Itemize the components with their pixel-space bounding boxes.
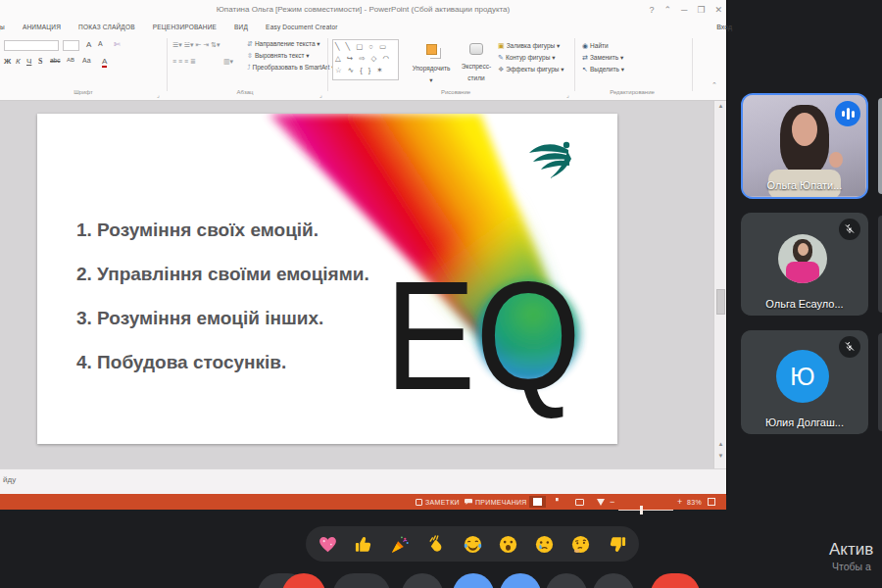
tab-animation[interactable]: АНИМАЦИЯ (23, 24, 61, 30)
zoom-out-button[interactable]: − (610, 497, 615, 507)
shape-effects-button[interactable]: ❖Эффекты фигуры ▾ (498, 64, 564, 75)
tab-view[interactable]: ВИД (234, 24, 248, 30)
participant-tile-olga-yupatina[interactable]: Ольга Юпати... (741, 93, 868, 199)
tab-transitions-cut[interactable]: ды (0, 24, 5, 30)
offscreen-tile-sliver (878, 216, 882, 313)
vertical-scrollbar[interactable]: ▲ ▲ ▼ (713, 101, 726, 468)
font-size-combobox[interactable] (63, 40, 79, 51)
meeting-screen: Юпатина Ольга [Режим совместимости] - Po… (0, 0, 882, 588)
bullets-icon[interactable]: ☰▾ ☱▾ ⇤ ⇥ ⇅▾ (172, 40, 220, 49)
alignment-icons[interactable]: ≡ ≡ ≡ ≣ (172, 57, 196, 66)
list-item: 1. Розуміння своїх емоцій. (76, 208, 400, 252)
participant-tile-olga-esaulova[interactable]: Ольга Есауло... (741, 213, 868, 316)
find-button[interactable]: ◉Найти (582, 40, 624, 52)
window-title: Юпатина Ольга [Режим совместимости] - Po… (0, 0, 726, 20)
crying-face-icon[interactable] (534, 534, 555, 555)
normal-view-button[interactable] (529, 496, 546, 508)
zoom-level[interactable]: 83% (687, 499, 702, 506)
smartart-button[interactable]: ⤴Преобразовать в SmartArt ▾ (247, 62, 334, 74)
zoom-slider[interactable] (618, 510, 673, 511)
thinking-face-icon[interactable] (570, 534, 591, 555)
ribbon-options-icon[interactable]: ⌃ (663, 5, 671, 15)
slide-sorter-icon (556, 498, 564, 506)
help-icon[interactable]: ? (649, 5, 654, 15)
face-with-tears-of-joy-icon[interactable] (463, 534, 483, 555)
text-shadow-button[interactable]: S (38, 57, 42, 66)
paragraph-dialog-launcher[interactable]: ⌟ (319, 91, 322, 98)
comments-toggle-button[interactable]: ПРИМЕЧАНИЯ (465, 499, 527, 506)
reading-view-button[interactable] (571, 496, 588, 508)
notes-pane[interactable]: йду (0, 468, 726, 494)
change-case-button[interactable]: Aa (82, 57, 91, 64)
drawing-dialog-launcher[interactable]: ⌟ (566, 91, 569, 98)
clapping-hands-icon[interactable] (426, 534, 447, 555)
present-button[interactable] (500, 573, 541, 588)
captions-button[interactable] (402, 573, 443, 588)
replace-button[interactable]: ⇄Заменить ▾ (582, 52, 624, 64)
italic-button[interactable]: К (16, 57, 21, 66)
slide[interactable]: EQ 1. Розуміння своїх емоцій. 2. Управлі… (37, 114, 617, 444)
shape-format-buttons: ▣Заливка фигуры ▾ ✎Контур фигуры ▾ ❖Эффе… (498, 40, 564, 75)
font-dialog-launcher[interactable]: ⌟ (157, 91, 160, 98)
raise-hand-button[interactable] (546, 573, 587, 588)
restore-icon[interactable]: ❐ (697, 5, 705, 15)
minimize-icon[interactable]: ─ (681, 5, 687, 15)
mic-off-icon (839, 336, 860, 358)
prev-slide-icon[interactable]: ▲ (716, 439, 725, 449)
tab-easy-document-creator[interactable]: Easy Document Creator (266, 24, 338, 30)
reactions-bar (306, 526, 639, 562)
font-color-button[interactable]: А (102, 57, 107, 68)
shapes-gallery[interactable]: ╲ ╲ ▢ ○ ▭ △ ↪ ⇨ ◇ ◠ ☆ ∿ { } ✶ (332, 39, 399, 80)
titlebar[interactable]: Юпатина Ольга [Режим совместимости] - Po… (0, 0, 726, 20)
notes-toggle-button[interactable]: ЗАМЕТКИ (416, 499, 460, 506)
thumbs-down-icon[interactable] (607, 534, 627, 555)
sparkling-heart-icon[interactable] (318, 534, 338, 555)
thumbs-up-icon[interactable] (354, 534, 374, 555)
slideshow-button[interactable] (592, 496, 609, 508)
eq-big-letters: EQ (385, 249, 581, 421)
quick-styles-button[interactable]: Экспресс- стили (459, 41, 494, 84)
align-text-button[interactable]: ⇳Выровнять текст ▾ (247, 50, 334, 62)
normal-view-icon (533, 498, 542, 506)
fit-to-window-icon[interactable] (708, 498, 715, 506)
more-options-button[interactable] (593, 573, 634, 588)
shrink-font-button[interactable]: А (98, 40, 103, 47)
next-slide-icon[interactable]: ▼ (716, 451, 725, 461)
surprised-face-icon[interactable] (498, 534, 518, 555)
wing-logo-icon (529, 142, 571, 178)
camera-button-group[interactable] (333, 573, 390, 588)
scrollbar-thumb[interactable] (716, 289, 725, 315)
participant-tile-yulia-dolgash[interactable]: Ю Юлия Долгаш... (741, 330, 868, 434)
text-direction-button[interactable]: ⇵Направление текста ▾ (247, 38, 334, 50)
font-name-combobox[interactable] (4, 40, 59, 51)
end-call-button[interactable] (651, 573, 700, 588)
clear-formatting-icon[interactable]: ✄ (114, 40, 121, 49)
zoom-in-button[interactable]: + (677, 497, 683, 507)
scroll-up-icon[interactable]: ▲ (716, 101, 725, 111)
tab-slideshow[interactable]: ПОКАЗ СЛАЙДОВ (78, 24, 135, 30)
shape-fill-button[interactable]: ▣Заливка фигуры ▾ (498, 40, 564, 52)
replace-icon: ⇄ (582, 54, 588, 61)
participant-name: Ольга Юпати... (743, 179, 866, 191)
zoom-slider-thumb[interactable] (640, 506, 643, 514)
notes-text: йду (3, 475, 16, 484)
list-item: 2. Управління своїми емоціями. (76, 252, 400, 296)
party-popper-icon[interactable] (390, 534, 411, 555)
collapse-ribbon-icon[interactable]: ⌃ (711, 81, 717, 89)
align-text-icon: ⇳ (247, 52, 253, 59)
slide-sorter-button[interactable] (551, 496, 567, 508)
strikethrough-button[interactable]: abc (50, 57, 60, 64)
bold-button[interactable]: Ж (4, 57, 11, 66)
columns-icon[interactable]: ▥▾ (223, 57, 233, 66)
char-spacing-button[interactable]: АВ (67, 57, 74, 63)
select-button[interactable]: ↖Выделить ▾ (582, 64, 624, 75)
tab-review[interactable]: РЕЦЕНЗИРОВАНИЕ (153, 24, 217, 30)
grow-font-button[interactable]: А (86, 40, 91, 49)
underline-button[interactable]: Ч (26, 57, 31, 66)
sign-in-link[interactable]: Вход (716, 20, 732, 34)
reading-view-icon (575, 499, 584, 506)
close-icon[interactable]: ✕ (714, 5, 722, 15)
arrange-button[interactable]: Упорядочить ▾ (406, 41, 457, 86)
reaction-button[interactable] (453, 573, 494, 588)
shape-outline-button[interactable]: ✎Контур фигуры ▾ (498, 52, 564, 64)
